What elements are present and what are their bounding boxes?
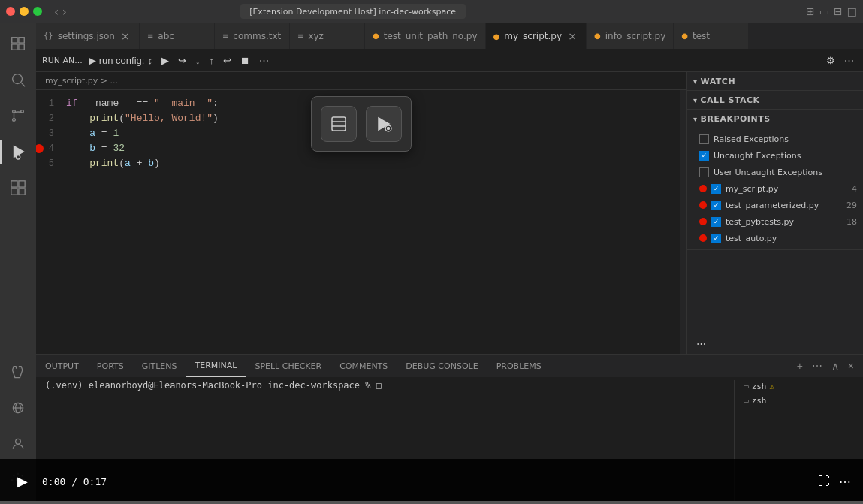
- svg-rect-2: [12, 44, 17, 50]
- debug-panel: ▾ WATCH ▾ CALL STACK ▾ BREAKPOINTS: [686, 72, 863, 354]
- popup-layout-btn[interactable]: [321, 106, 357, 142]
- bp-item-user-uncaught[interactable]: User Uncaught Exceptions: [687, 164, 863, 180]
- nav-forward[interactable]: ›: [62, 5, 66, 19]
- bp-checkbox-raised[interactable]: [699, 134, 709, 144]
- svg-line-5: [21, 83, 25, 86]
- tab-close-settings[interactable]: ×: [119, 30, 131, 42]
- shell-icon-1: ▭: [744, 382, 749, 391]
- split-terminal-btn[interactable]: ⋯: [809, 358, 825, 373]
- shell-item-zsh2[interactable]: ▭ zsh: [741, 394, 854, 407]
- tab-comms[interactable]: ≡ comms.txt: [215, 23, 290, 49]
- tab-comments[interactable]: COMMENTS: [330, 355, 397, 377]
- bp-item-raised[interactable]: Raised Exceptions: [687, 131, 863, 147]
- maximize-panel-btn[interactable]: ∧: [828, 358, 842, 373]
- more-actions-btn[interactable]: ⋯: [841, 53, 857, 68]
- video-more-btn[interactable]: ⋯: [839, 475, 851, 489]
- activity-icon-source-control[interactable]: [0, 98, 36, 134]
- code-line-5: 5 print(a + b): [36, 156, 686, 171]
- tab-info-script[interactable]: ● info_script.py: [587, 23, 674, 49]
- debug-step-into-btn[interactable]: ↓: [192, 53, 204, 68]
- monitor-icon[interactable]: ▭: [819, 5, 829, 17]
- run-config-button[interactable]: ▶ run config: ↕: [86, 53, 155, 68]
- editor-content[interactable]: 1 if __name__ == "__main__": 2 print("He…: [36, 90, 686, 354]
- tab-icon-comms: ≡: [222, 32, 228, 40]
- activity-icon-accounts[interactable]: [0, 426, 36, 462]
- watch-header[interactable]: ▾ WATCH: [687, 72, 863, 90]
- debug-step-over-btn[interactable]: ↪: [175, 53, 189, 68]
- traffic-light-yellow[interactable]: [20, 7, 29, 16]
- bp-item-my-script[interactable]: my_script.py 4: [687, 180, 863, 197]
- nav-back[interactable]: ‹: [54, 5, 59, 19]
- debug-toolbar: RUN AN... ▶ run config: ↕ ▶ ↪ ↓ ↑ ↩ ⏹ ⋯ …: [36, 50, 863, 72]
- activity-icon-test[interactable]: [0, 354, 36, 390]
- layout-icon[interactable]: ⊞: [806, 5, 815, 17]
- tab-xyz[interactable]: ≡ xyz: [290, 23, 365, 49]
- bp-checkbox-user-uncaught[interactable]: [699, 167, 709, 177]
- tab-terminal[interactable]: TERMINAL: [186, 355, 246, 377]
- line-code-5: print(a + b): [66, 156, 686, 171]
- bp-item-test-auto[interactable]: test_auto.py: [687, 230, 863, 246]
- tab-ports[interactable]: PORTS: [88, 355, 133, 377]
- shell-item-zsh1[interactable]: ▭ zsh ⚠: [741, 380, 854, 393]
- tab-gitlens[interactable]: GITLENS: [133, 355, 186, 377]
- debug-panel-more[interactable]: ⋯: [693, 337, 709, 351]
- svg-rect-1: [19, 38, 24, 43]
- add-terminal-btn[interactable]: +: [794, 358, 806, 373]
- tab-debug-console[interactable]: DEBUG CONSOLE: [397, 355, 487, 377]
- breakpoints-list: Raised Exceptions Uncaught Exceptions Us…: [687, 128, 863, 249]
- tab-spell-checker[interactable]: SPELL CHECKER: [246, 355, 330, 377]
- split-icon[interactable]: ⊟: [834, 5, 843, 17]
- bp-checkbox-test-auto[interactable]: [711, 234, 721, 243]
- callstack-section: ▾ CALL STACK: [687, 91, 863, 110]
- bp-checkbox-test-pyb[interactable]: [711, 217, 721, 227]
- debug-restart-btn[interactable]: ↩: [220, 53, 234, 68]
- activity-icon-explorer[interactable]: [0, 26, 36, 62]
- video-progress-bar[interactable]: [36, 501, 863, 504]
- tab-close-my-script[interactable]: ×: [566, 30, 578, 42]
- bp-item-test-param[interactable]: test_parameterized.py 29: [687, 197, 863, 213]
- tab-problems[interactable]: PROBLEMS: [487, 355, 551, 377]
- activity-icon-run-debug[interactable]: [0, 134, 36, 170]
- tab-label-settings: settings.json: [58, 31, 115, 41]
- svg-rect-12: [19, 181, 25, 187]
- debug-step-out-btn[interactable]: ↑: [206, 53, 217, 68]
- activity-icon-extensions[interactable]: [0, 170, 36, 206]
- activity-icon-remote[interactable]: [0, 390, 36, 426]
- bp-label-test-param: test_parameterized.py: [726, 201, 842, 210]
- tab-my-script[interactable]: ● my_script.py ×: [486, 23, 587, 49]
- video-fullscreen-btn[interactable]: ⛶: [818, 475, 830, 488]
- popup-play-btn[interactable]: [366, 106, 402, 142]
- debug-more-btn[interactable]: ⋯: [256, 53, 272, 68]
- shell-icon-2: ▭: [744, 396, 749, 406]
- bp-checkbox-my-script[interactable]: [711, 184, 721, 194]
- tab-icon-my-script: ●: [493, 32, 500, 41]
- callstack-header[interactable]: ▾ CALL STACK: [687, 91, 863, 109]
- warning-icon-1: ⚠: [770, 382, 775, 391]
- tab-label-my-script: my_script.py: [504, 31, 562, 41]
- svg-point-25: [388, 128, 390, 130]
- debug-stop-btn[interactable]: ⏹: [237, 53, 253, 68]
- close-panel-btn[interactable]: ×: [845, 358, 857, 373]
- tab-settings[interactable]: {} settings.json ×: [36, 23, 140, 49]
- bp-item-uncaught[interactable]: Uncaught Exceptions: [687, 147, 863, 164]
- bp-checkbox-uncaught[interactable]: [699, 151, 709, 161]
- bp-dot-my-script: [699, 185, 707, 192]
- tab-test[interactable]: ● test_: [674, 23, 749, 49]
- watch-chevron: ▾: [693, 77, 698, 86]
- tab-test-unit[interactable]: ● test_unit_path_no.py: [365, 23, 486, 49]
- title-search-bar[interactable]: [Extension Development Host] inc-dec-wor…: [240, 4, 466, 19]
- nav-controls: ‹ ›: [54, 5, 67, 19]
- traffic-light-green[interactable]: [33, 7, 42, 16]
- tab-output[interactable]: OUTPUT: [36, 355, 88, 377]
- activity-icon-search[interactable]: [0, 62, 36, 98]
- settings-icon[interactable]: ⚙: [823, 53, 838, 68]
- breakpoints-header[interactable]: ▾ BREAKPOINTS: [687, 110, 863, 128]
- bp-item-test-pyb[interactable]: test_pybtests.py 18: [687, 213, 863, 230]
- traffic-light-red[interactable]: [6, 7, 15, 16]
- run-config-dropdown: ↕: [147, 55, 152, 66]
- maximize-icon[interactable]: □: [847, 5, 857, 17]
- tab-abc[interactable]: ≡ abc: [140, 23, 215, 49]
- title-bar: ‹ › [Extension Development Host] inc-dec…: [0, 0, 863, 23]
- bp-checkbox-test-param[interactable]: [711, 201, 721, 210]
- debug-continue-btn[interactable]: ▶: [158, 53, 172, 68]
